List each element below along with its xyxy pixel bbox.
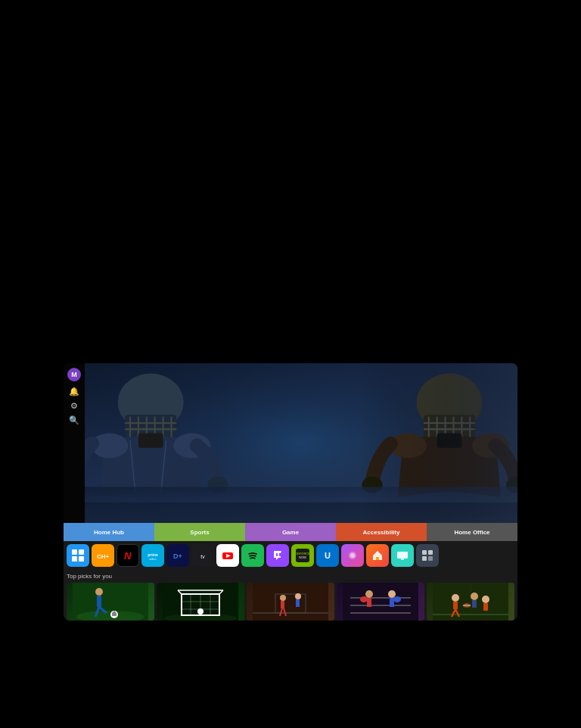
app-icon-spotify[interactable] [241, 544, 264, 567]
app-icon-more[interactable] [416, 544, 439, 567]
svg-rect-100 [296, 599, 300, 607]
tab-sports[interactable]: Sports [154, 523, 245, 541]
svg-rect-66 [376, 557, 379, 560]
svg-point-118 [471, 593, 478, 600]
svg-rect-67 [397, 552, 408, 558]
apps-row: CH+ N prime video [64, 541, 517, 570]
svg-rect-37 [72, 556, 77, 562]
svg-rect-38 [79, 556, 84, 562]
app-icon-twitch[interactable] [266, 544, 289, 567]
svg-text:N: N [124, 550, 132, 562]
svg-point-99 [295, 593, 301, 599]
svg-text:D+: D+ [173, 552, 182, 560]
app-icon-youtube[interactable] [216, 544, 239, 567]
svg-rect-34 [85, 363, 517, 523]
top-picks-section: Top picks for you [64, 570, 517, 621]
svg-point-95 [280, 595, 286, 601]
svg-rect-36 [79, 549, 84, 555]
top-picks-label: Top picks for you [67, 573, 514, 580]
tab-home-office[interactable]: Home Office [427, 523, 517, 541]
svg-point-91 [197, 608, 204, 614]
svg-rect-72 [428, 556, 433, 561]
svg-text:tv: tv [200, 554, 205, 559]
search-icon[interactable]: 🔍 [69, 416, 79, 425]
app-icon-channel[interactable]: CH+ [92, 544, 114, 567]
app-icon-uplay[interactable]: U [316, 544, 339, 567]
svg-rect-96 [281, 601, 284, 608]
svg-rect-115 [453, 602, 458, 609]
svg-rect-70 [428, 550, 433, 555]
svg-rect-56 [276, 553, 278, 556]
avatar[interactable]: M [67, 368, 81, 381]
picks-row [67, 583, 514, 621]
svg-rect-92 [253, 583, 328, 621]
svg-point-75 [95, 588, 103, 596]
pick-thumb-2[interactable] [157, 583, 244, 621]
tab-home-hub[interactable]: Home Hub [64, 523, 154, 541]
svg-rect-121 [483, 603, 488, 611]
svg-rect-69 [422, 550, 427, 555]
svg-rect-76 [97, 596, 101, 607]
svg-rect-57 [279, 553, 281, 556]
svg-point-120 [482, 596, 489, 603]
app-icon-screen[interactable] [391, 544, 414, 567]
app-icon-prime[interactable]: prime video [141, 544, 164, 567]
tab-accessibility[interactable]: Accessibility [336, 523, 427, 541]
hero-image [85, 363, 517, 523]
app-icon-appletv[interactable]: tv [191, 544, 214, 567]
svg-rect-71 [422, 556, 427, 561]
notification-icon[interactable]: 🔔 [69, 387, 79, 396]
pick-thumb-1[interactable] [67, 583, 154, 621]
pick-thumb-5[interactable] [427, 583, 514, 621]
tab-game[interactable]: Game [245, 523, 336, 541]
svg-point-110 [393, 596, 401, 602]
app-icon-apps[interactable] [67, 544, 89, 567]
svg-rect-101 [343, 583, 418, 621]
svg-point-108 [388, 590, 396, 598]
svg-point-107 [360, 596, 368, 602]
tv-frame: M 🔔 ⚙ 🔍 [64, 363, 517, 621]
svg-point-64 [350, 553, 355, 558]
svg-text:NOW: NOW [299, 555, 306, 559]
bottom-panel: Home Hub Sports Game Accessibility Home … [64, 523, 517, 621]
svg-point-114 [452, 594, 459, 602]
svg-rect-35 [72, 549, 77, 555]
pick-thumb-4[interactable] [337, 583, 424, 621]
svg-text:U: U [325, 551, 331, 560]
svg-rect-119 [472, 600, 477, 608]
hero-banner [85, 363, 517, 523]
svg-text:video: video [149, 557, 157, 561]
app-icon-geforce[interactable]: GEFORCE NOW [291, 544, 314, 567]
app-icon-unknown1[interactable] [341, 544, 364, 567]
app-icon-disney[interactable]: D+ [166, 544, 189, 567]
app-icon-smarthome[interactable] [366, 544, 389, 567]
svg-rect-68 [401, 558, 404, 560]
app-icon-netflix[interactable]: N [117, 544, 139, 567]
settings-icon[interactable]: ⚙ [70, 402, 78, 410]
svg-point-105 [365, 590, 373, 598]
pick-thumb-3[interactable] [247, 583, 334, 621]
svg-text:CH+: CH+ [97, 553, 110, 560]
nav-tabs: Home Hub Sports Game Accessibility Home … [64, 523, 517, 541]
sidebar: M 🔔 ⚙ 🔍 [64, 363, 85, 523]
